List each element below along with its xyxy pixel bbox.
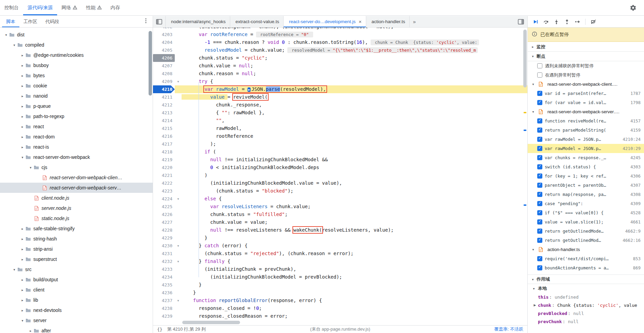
line-number[interactable]: 4220: [153, 164, 175, 171]
line-number[interactable]: 4228: [153, 226, 175, 234]
sidebar-tab-工作区[interactable]: 工作区: [19, 16, 41, 27]
inline-breakpoint-marker[interactable]: ▸: [248, 87, 251, 92]
line-number[interactable]: 4203: [153, 31, 175, 38]
breakpoint-group-header[interactable]: ▾react-server-dom-webpack-client….: [528, 80, 644, 89]
pretty-print-button[interactable]: {}: [157, 327, 163, 332]
editor-horizontal-scrollbar[interactable]: [153, 320, 523, 325]
checkbox[interactable]: [537, 238, 542, 243]
tree-item-path-to-regexp[interactable]: ▸path-to-regexp: [0, 111, 153, 121]
chevron-right-icon[interactable]: ▶: [532, 303, 537, 307]
checkbox[interactable]: [537, 173, 542, 179]
line-number[interactable]: 4221: [153, 171, 175, 179]
tree-item-react[interactable]: ▸react: [0, 121, 153, 132]
checkbox[interactable]: [537, 219, 542, 224]
tree-item-safe-stable-stringify[interactable]: ▸safe-stable-stringify: [0, 223, 153, 234]
tree-item-server.node.js[interactable]: server.node.js: [0, 203, 153, 213]
scope-item-prevChunk[interactable]: prevChunk:null: [528, 317, 644, 326]
step-out-icon[interactable]: [562, 17, 572, 27]
tree-item-p-queue[interactable]: ▸p-queue: [0, 101, 153, 111]
line-number[interactable]: 4213: [153, 109, 175, 117]
tree-item-client.node.js[interactable]: client.node.js: [0, 193, 153, 203]
scope-section-header[interactable]: ▾ 作用域: [528, 274, 644, 284]
line-number[interactable]: 4204: [153, 38, 175, 46]
gear-icon[interactable]: [628, 3, 638, 13]
pause-option[interactable]: 在遇到异常时暂停: [528, 70, 644, 80]
tree-item-dist[interactable]: ▾dist: [0, 30, 153, 40]
resume-icon[interactable]: [530, 17, 540, 27]
tree-item-cjs[interactable]: ▾cjs: [0, 162, 153, 172]
checkbox[interactable]: [537, 118, 542, 123]
line-number[interactable]: 4207: [153, 62, 175, 70]
breakpoint-entry[interactable]: for (var value = id.val…1798: [528, 98, 644, 107]
breakpoint-entry[interactable]: for (key = 1; key < ref…4306: [528, 171, 644, 181]
pause-option[interactable]: 遇到未捕获的异常时暂停: [528, 61, 644, 70]
checkbox[interactable]: [537, 164, 542, 169]
sidebar-tab-脚本[interactable]: 脚本: [2, 16, 19, 27]
scope-item-prevBlocked[interactable]: prevBlocked:null: [528, 309, 644, 317]
line-number[interactable]: 4210: [153, 85, 175, 93]
breakpoint-entry[interactable]: if ("$" === value[0]) {4528: [528, 208, 644, 217]
step-icon[interactable]: [573, 17, 582, 27]
tree-item-client[interactable]: ▸client: [0, 285, 153, 295]
line-number[interactable]: 4215: [153, 124, 175, 132]
breakpoint-entry[interactable]: case "pending":4309: [528, 199, 644, 208]
line-number[interactable]: 4211: [153, 93, 175, 101]
tree-item-string-hash[interactable]: ▸string-hash: [0, 234, 153, 244]
fold-toggle[interactable]: ▾: [175, 242, 182, 250]
tree-item-src[interactable]: ▾src: [0, 264, 153, 274]
line-number[interactable]: 4232: [153, 257, 175, 265]
checkbox[interactable]: [537, 91, 542, 96]
main-tab-源代码/来源[interactable]: 源代码/来源: [23, 0, 57, 15]
line-number[interactable]: 4209: [153, 78, 175, 85]
line-number[interactable]: 4230: [153, 242, 175, 250]
line-number[interactable]: 4208: [153, 70, 175, 78]
toggle-debugger-sidebar-icon[interactable]: [514, 16, 527, 27]
editor-tab[interactable]: action-handler.ts: [366, 16, 410, 27]
tree-item-after[interactable]: ▸after: [0, 326, 153, 333]
line-number[interactable]: 4238: [153, 304, 175, 312]
deactivate-breakpoints-icon[interactable]: [589, 17, 598, 27]
tree-item-cookie[interactable]: ▸cookie: [0, 81, 153, 91]
fold-toggle[interactable]: ▾: [175, 195, 182, 203]
line-number[interactable]: 4231: [153, 250, 175, 257]
breakpoint-entry[interactable]: return map(response, pa…4308: [528, 190, 644, 199]
line-number[interactable]: 4236: [153, 289, 175, 297]
editor-tab[interactable]: react-server-do…development.js×: [284, 16, 366, 27]
checkbox[interactable]: [537, 265, 542, 270]
tree-item-strip-ansi[interactable]: ▸strip-ansi: [0, 244, 153, 254]
tree-item-lib[interactable]: ▸lib: [0, 295, 153, 305]
breakpoint-group-header[interactable]: ▾action-handler.ts: [528, 245, 644, 254]
main-tab-内存[interactable]: 内存: [106, 0, 124, 15]
line-number[interactable]: 4216: [153, 132, 175, 140]
checkbox[interactable]: [537, 155, 542, 160]
line-number[interactable]: 4202: [153, 28, 175, 31]
editor-tab[interactable]: node:internal/async_hooks: [166, 16, 230, 27]
editor-vertical-scrollbar[interactable]: [523, 28, 527, 320]
main-tab-控制台[interactable]: 控制台: [0, 0, 23, 15]
tree-item-build/output[interactable]: ▸build/output: [0, 274, 153, 285]
line-number[interactable]: 4234: [153, 273, 175, 281]
tree-item-bytes[interactable]: ▸bytes: [0, 70, 153, 81]
checkbox[interactable]: [537, 256, 542, 261]
breakpoint-entry[interactable]: var rawModel = JSON.p…4210:24: [528, 135, 644, 144]
breakpoint-entry[interactable]: return getOutlinedMode…4662:9: [528, 227, 644, 236]
tree-item-server[interactable]: ▾server: [0, 315, 153, 326]
line-number[interactable]: 4239: [153, 312, 175, 320]
line-number[interactable]: 4233: [153, 265, 175, 273]
line-number[interactable]: 4229: [153, 234, 175, 242]
line-number[interactable]: 4224: [153, 195, 175, 203]
line-number[interactable]: 4219: [153, 156, 175, 164]
checkbox[interactable]: [537, 128, 542, 133]
tree-item-react-is[interactable]: ▸react-is: [0, 142, 153, 152]
watch-section-header[interactable]: ▸ 监控: [528, 42, 644, 52]
breakpoint-entry[interactable]: parentObject = parentOb…4307: [528, 181, 644, 190]
line-number[interactable]: 4222: [153, 179, 175, 187]
line-number[interactable]: 4235: [153, 281, 175, 289]
tree-item-superstruct[interactable]: ▸superstruct: [0, 254, 153, 264]
scope-item-chunk[interactable]: ▶chunk:Chunk {status: 'cyclic', value: [528, 301, 644, 309]
tree-item-next-devtools[interactable]: ▸next-devtools: [0, 305, 153, 315]
tree-item-busboy[interactable]: ▸busboy: [0, 60, 153, 70]
tree-item-react-server-dom-webpack-serv[interactable]: react-server-dom-webpack-serv…: [0, 183, 153, 193]
checkbox[interactable]: [537, 137, 542, 142]
main-tab-网络[interactable]: 网络: [57, 0, 82, 15]
